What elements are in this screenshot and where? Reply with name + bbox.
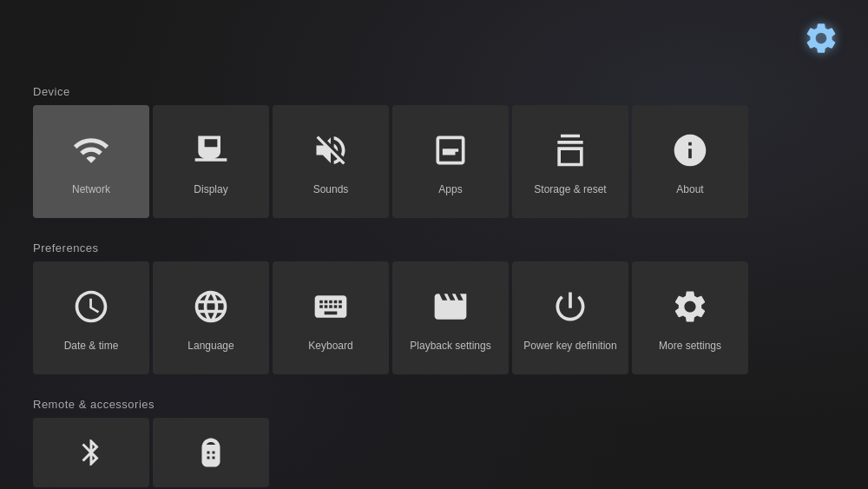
storage-reset-label: Storage & reset bbox=[534, 183, 606, 195]
keyboard-icon bbox=[308, 284, 353, 329]
settings-gear-button[interactable] bbox=[800, 17, 842, 59]
more-settings-label: More settings bbox=[659, 340, 721, 352]
tile-display[interactable]: Display bbox=[153, 105, 269, 218]
network-label: Network bbox=[72, 183, 110, 195]
tile-language[interactable]: Language bbox=[153, 261, 269, 374]
preferences-tiles-row: Date & time Language Keyboard bbox=[33, 261, 748, 374]
remote-section-label: Remote & accessories bbox=[33, 398, 269, 411]
language-icon bbox=[188, 284, 233, 329]
keyboard-label: Keyboard bbox=[308, 340, 352, 352]
playback-icon bbox=[428, 284, 473, 329]
date-time-label: Date & time bbox=[64, 340, 119, 352]
display-label: Display bbox=[194, 183, 227, 195]
device-tiles-row: Network Display Sounds bbox=[33, 105, 748, 218]
tile-keyboard[interactable]: Keyboard bbox=[273, 261, 389, 374]
tile-bluetooth[interactable] bbox=[33, 418, 149, 487]
power-key-label: Power key definition bbox=[523, 340, 616, 352]
bluetooth-icon bbox=[72, 433, 110, 472]
language-label: Language bbox=[187, 340, 233, 352]
tile-date-time[interactable]: Date & time bbox=[33, 261, 149, 374]
preferences-section: Preferences Date & time Language bbox=[33, 241, 748, 374]
preferences-section-label: Preferences bbox=[33, 241, 748, 254]
device-section: Device Network Display bbox=[33, 85, 748, 218]
gear-icon bbox=[803, 20, 839, 56]
playback-settings-label: Playback settings bbox=[410, 340, 490, 352]
tile-network[interactable]: Network bbox=[33, 105, 149, 218]
about-icon bbox=[667, 128, 713, 173]
network-icon bbox=[69, 128, 114, 173]
storage-icon bbox=[548, 128, 593, 173]
more-settings-icon bbox=[667, 284, 713, 329]
tile-remote[interactable] bbox=[153, 418, 269, 487]
tile-about[interactable]: About bbox=[632, 105, 748, 218]
date-time-icon bbox=[69, 284, 114, 329]
power-icon bbox=[548, 284, 593, 329]
tile-more-settings[interactable]: More settings bbox=[632, 261, 748, 374]
tile-playback-settings[interactable]: Playback settings bbox=[392, 261, 509, 374]
display-icon bbox=[188, 128, 233, 173]
remote-icon bbox=[192, 433, 230, 472]
apps-icon bbox=[428, 128, 473, 173]
sounds-icon bbox=[308, 128, 353, 173]
sounds-label: Sounds bbox=[313, 183, 349, 195]
tile-sounds[interactable]: Sounds bbox=[273, 105, 389, 218]
apps-label: Apps bbox=[438, 183, 462, 195]
tile-power-key[interactable]: Power key definition bbox=[512, 261, 628, 374]
about-label: About bbox=[676, 183, 703, 195]
remote-tiles-row bbox=[33, 418, 269, 487]
device-section-label: Device bbox=[33, 85, 748, 98]
tile-apps[interactable]: Apps bbox=[392, 105, 509, 218]
remote-section: Remote & accessories bbox=[33, 398, 269, 487]
tile-storage-reset[interactable]: Storage & reset bbox=[512, 105, 628, 218]
